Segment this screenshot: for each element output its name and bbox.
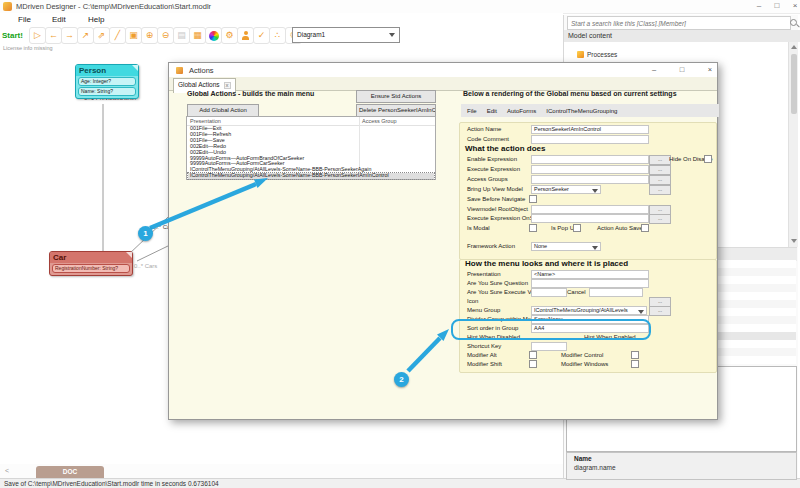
access-groups-ellipsis-button[interactable]: ... bbox=[649, 175, 671, 185]
toolbar-button-validate[interactable]: ✓ bbox=[253, 27, 270, 44]
toolbar-button-forward[interactable]: → bbox=[61, 27, 78, 44]
class-title-person: Person bbox=[76, 65, 138, 76]
actions-dialog: Actions – □ × Global Actionsx Global Act… bbox=[168, 62, 718, 420]
modifier-alt-checkbox[interactable] bbox=[529, 351, 537, 359]
toolbar-button-line[interactable]: ╱ bbox=[109, 27, 126, 44]
close-button[interactable]: × bbox=[788, 1, 800, 10]
label-execute-expression: Execute Expression bbox=[467, 166, 520, 172]
bring-up-ellipsis-button[interactable]: ... bbox=[649, 185, 671, 195]
start-button[interactable]: Start! bbox=[2, 31, 23, 40]
search-input[interactable] bbox=[567, 16, 791, 30]
tab-doc[interactable]: DOC bbox=[36, 466, 104, 478]
framework-action-select[interactable]: None bbox=[531, 242, 601, 251]
dialog-minimize-button[interactable]: – bbox=[647, 65, 661, 74]
global-actions-list[interactable]: Presentation Access Group 001File—Exit 0… bbox=[186, 116, 436, 180]
column-access-group[interactable]: Access Group bbox=[362, 118, 397, 124]
execute-onshow-ellipsis-button[interactable]: ... bbox=[649, 214, 671, 224]
toolbar-button-settings[interactable]: ⚙ bbox=[221, 27, 238, 44]
label-presentation: Presentation bbox=[467, 271, 501, 277]
copy-diagram-icon: ▦ bbox=[193, 31, 202, 40]
maximize-button[interactable]: □ bbox=[770, 1, 784, 10]
toolbar-button-person[interactable] bbox=[237, 27, 254, 44]
toolbar-button-colors[interactable] bbox=[205, 27, 222, 44]
label-are-you-sure-question: Are You Sure Question bbox=[467, 280, 528, 286]
menu-help[interactable]: Help bbox=[88, 15, 104, 24]
menu-group-select[interactable]: IControlTheMenuGrouping/AtAllLevels bbox=[531, 306, 647, 315]
enable-expression-ellipsis-button[interactable]: ... bbox=[649, 155, 671, 165]
toolbar-button-copy[interactable]: ▦ bbox=[189, 27, 206, 44]
menu-file[interactable]: File bbox=[18, 15, 31, 24]
toolbar-button-grid[interactable]: ▤ bbox=[173, 27, 190, 44]
toolbar-button-back[interactable]: ← bbox=[45, 27, 62, 44]
execute-expression-ellipsis-button[interactable]: ... bbox=[649, 165, 671, 175]
dialog-title: Actions bbox=[189, 66, 214, 75]
toolbar-button-screen[interactable]: ▣ bbox=[125, 27, 142, 44]
tab-close-icon[interactable]: x bbox=[224, 82, 231, 89]
execute-expression-input[interactable] bbox=[531, 165, 649, 174]
ensure-std-actions-button[interactable]: Ensure Std Actions bbox=[356, 90, 436, 103]
tab-scroll-left-button[interactable]: < bbox=[5, 467, 9, 474]
property-value[interactable]: diagram.name bbox=[574, 464, 616, 471]
action-name-input[interactable]: PersonSeekerIAmInControl bbox=[531, 125, 649, 134]
dialog-titlebar[interactable]: Actions – □ × bbox=[169, 63, 717, 78]
label-menu-group: Menu Group bbox=[467, 307, 500, 313]
rendered-menu-autoforms[interactable]: AutoForms bbox=[507, 108, 536, 114]
toolbar-button-play[interactable]: ▷ bbox=[29, 27, 46, 44]
menu-group-ellipsis-button[interactable]: ... bbox=[649, 306, 671, 316]
dialog-maximize-button[interactable]: □ bbox=[675, 65, 689, 74]
toolbar-button-zoom-out[interactable]: ⊖ bbox=[157, 27, 174, 44]
toolbar-button-pointer[interactable]: ↗ bbox=[77, 27, 94, 44]
name-property-panel: Name diagram.name bbox=[566, 452, 797, 480]
bring-up-view-model-select[interactable]: PersonSeeker bbox=[531, 185, 601, 194]
execute-expression-onshow-input[interactable] bbox=[531, 214, 649, 223]
toolbar-button-zoom-in[interactable]: ⊕ bbox=[141, 27, 158, 44]
menu-edit[interactable]: Edit bbox=[52, 15, 66, 24]
class-box-person[interactable]: Person Age: Integer? Name: String? bbox=[75, 64, 139, 99]
action-auto-saves-checkbox[interactable] bbox=[641, 224, 649, 232]
person-attribute-name[interactable]: Name: String? bbox=[78, 87, 136, 96]
diagram-selector[interactable]: Diagram1 bbox=[292, 27, 400, 43]
are-you-sure-execute-verb-input[interactable] bbox=[531, 288, 567, 297]
modifier-control-checkbox[interactable] bbox=[631, 351, 639, 359]
scroll-down-icon[interactable] bbox=[791, 239, 797, 243]
rendered-menu-strip: File Edit AutoForms IControlTheMenuGroup… bbox=[461, 104, 719, 117]
class-box-car[interactable]: Car RegistrationNumber: String? bbox=[49, 251, 133, 276]
scroll-up-icon[interactable] bbox=[791, 45, 797, 49]
cancel-verb-input[interactable] bbox=[589, 288, 643, 297]
modifier-shift-checkbox[interactable] bbox=[529, 360, 537, 368]
hide-on-disable-checkbox[interactable] bbox=[704, 155, 712, 163]
search-icon bbox=[790, 19, 797, 26]
rendered-menu-grouping[interactable]: IControlTheMenuGrouping bbox=[546, 108, 617, 114]
access-groups-input[interactable] bbox=[531, 175, 649, 184]
toolbar-button-pointer-line[interactable]: ⇗ bbox=[93, 27, 110, 44]
label-cancel: Cancel bbox=[567, 289, 586, 295]
car-attribute-registration[interactable]: RegistrationNumber: String? bbox=[52, 264, 130, 273]
is-pop-up-checkbox[interactable] bbox=[573, 224, 581, 232]
enable-expression-input[interactable] bbox=[531, 155, 649, 164]
are-you-sure-question-input[interactable] bbox=[531, 279, 649, 288]
rendered-menu-file[interactable]: File bbox=[467, 108, 477, 114]
minimize-button[interactable]: – bbox=[752, 1, 766, 10]
viewmodel-rootobject-input[interactable] bbox=[531, 205, 649, 214]
shortcut-key-input[interactable] bbox=[531, 342, 567, 351]
is-modal-checkbox[interactable] bbox=[529, 224, 537, 232]
scrollbar-thumb[interactable] bbox=[791, 54, 797, 114]
tree-scrollbar[interactable] bbox=[788, 42, 798, 247]
save-before-navigate-checkbox[interactable] bbox=[529, 195, 537, 203]
code-comment-input[interactable] bbox=[531, 135, 649, 144]
rendered-menu-edit[interactable]: Edit bbox=[487, 108, 497, 114]
nav-forward-icon: → bbox=[65, 31, 74, 40]
toolbar-button-layout[interactable]: ∴ bbox=[269, 27, 286, 44]
section-heading-looks: How the menu looks and where it is place… bbox=[465, 259, 628, 268]
list-header: Presentation Access Group bbox=[187, 117, 435, 126]
presentation-input[interactable]: <Name> bbox=[531, 270, 649, 279]
modifier-windows-checkbox[interactable] bbox=[631, 360, 639, 368]
column-presentation[interactable]: Presentation bbox=[190, 118, 221, 124]
list-item-selected[interactable]: IControlTheMenuGrouping/AtAllLevels-Some… bbox=[188, 173, 434, 179]
dialog-icon bbox=[176, 67, 183, 74]
label-is-modal: Is Modal bbox=[467, 225, 490, 231]
play-icon: ▷ bbox=[34, 31, 41, 40]
dialog-close-button[interactable]: × bbox=[703, 65, 717, 74]
color-wheel-icon bbox=[209, 31, 219, 41]
person-attribute-age[interactable]: Age: Integer? bbox=[78, 77, 136, 86]
